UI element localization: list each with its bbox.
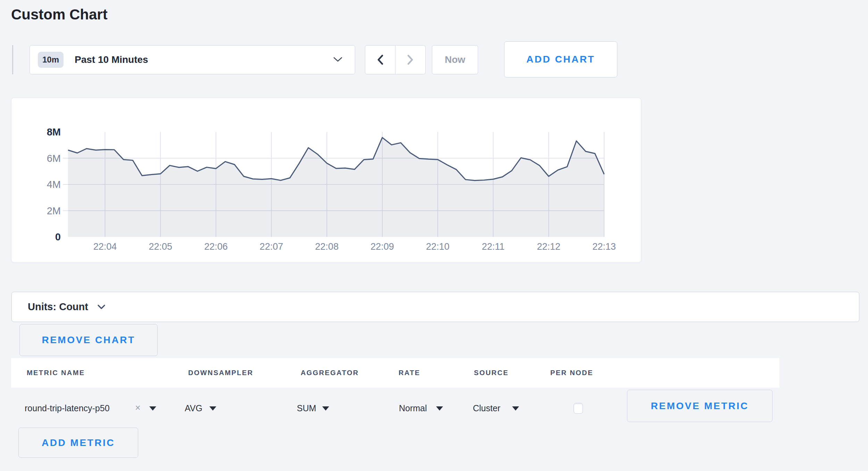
per-node-checkbox[interactable]	[574, 403, 583, 414]
add-metric-button[interactable]: ADD METRIC	[18, 428, 138, 458]
metrics-table-header	[11, 358, 779, 388]
next-time-button[interactable]	[395, 46, 425, 74]
toolbar-left-divider	[12, 45, 13, 74]
metric-area-chart[interactable]: 02M4M6M8M22:0422:0522:0622:0722:0822:092…	[11, 98, 641, 262]
x-axis-tick-label: 22:07	[260, 241, 283, 252]
chevron-down-icon	[97, 304, 106, 311]
chevron-down-icon	[333, 57, 342, 64]
rate-select[interactable]: Normal	[399, 403, 427, 413]
x-axis-tick-label: 22:12	[537, 241, 560, 252]
x-axis-tick-label: 22:08	[315, 241, 339, 252]
units-label: Units: Count	[28, 301, 88, 313]
metric-name-caret-icon[interactable]	[149, 406, 156, 411]
y-axis-tick-label: 6M	[47, 153, 61, 164]
time-window-dropdown[interactable]: 10m Past 10 Minutes	[30, 45, 355, 74]
x-axis-tick-label: 22:13	[592, 241, 616, 252]
x-axis-tick-label: 22:09	[370, 241, 394, 252]
x-axis-tick-label: 22:10	[426, 241, 450, 252]
downsampler-select[interactable]: AVG	[185, 403, 202, 413]
aggregator-select[interactable]: SUM	[297, 403, 316, 413]
remove-metric-button[interactable]: REMOVE METRIC	[627, 390, 773, 422]
time-window-badge: 10m	[38, 52, 64, 68]
chevron-left-icon	[377, 55, 383, 65]
column-header-source: SOURCE	[474, 369, 509, 377]
remove-chart-button[interactable]: REMOVE CHART	[19, 324, 158, 356]
column-header-rate: RATE	[399, 369, 420, 377]
source-caret-icon[interactable]	[512, 406, 519, 411]
column-header-metric-name: METRIC NAME	[27, 369, 85, 377]
aggregator-caret-icon[interactable]	[322, 406, 329, 411]
page-title: Custom Chart	[11, 6, 108, 23]
x-axis-tick-label: 22:05	[149, 241, 172, 252]
column-header-downsampler: DOWNSAMPLER	[188, 369, 253, 377]
chevron-right-icon	[407, 55, 414, 65]
y-axis-tick-label: 2M	[47, 205, 61, 216]
now-button[interactable]: Now	[432, 45, 478, 74]
chart-card: 02M4M6M8M22:0422:0522:0622:0722:0822:092…	[11, 98, 641, 263]
y-axis-tick-label: 8M	[47, 126, 61, 138]
metric-name-value[interactable]: round-trip-latency-p50	[25, 403, 110, 413]
units-dropdown[interactable]: Units: Count	[11, 292, 859, 322]
downsampler-caret-icon[interactable]	[209, 406, 216, 411]
series-area	[68, 138, 604, 237]
custom-chart-page: Custom Chart 10m Past 10 Minutes Now ADD…	[0, 0, 868, 471]
add-chart-button[interactable]: ADD CHART	[504, 41, 617, 77]
y-axis-tick-label: 0	[55, 231, 61, 242]
source-select[interactable]: Cluster	[473, 403, 500, 413]
time-step-group	[365, 45, 426, 74]
y-axis-tick-label: 4M	[47, 179, 61, 190]
x-axis-tick-label: 22:04	[93, 241, 117, 252]
prev-time-button[interactable]	[365, 46, 395, 74]
rate-caret-icon[interactable]	[436, 406, 443, 411]
x-axis-tick-label: 22:06	[204, 241, 228, 252]
time-window-label: Past 10 Minutes	[75, 54, 148, 65]
column-header-per-node: PER NODE	[550, 369, 593, 377]
column-header-aggregator: AGGREGATOR	[301, 369, 359, 377]
x-axis-tick-label: 22:11	[482, 241, 505, 252]
remove-tag-icon[interactable]: ×	[135, 403, 141, 413]
